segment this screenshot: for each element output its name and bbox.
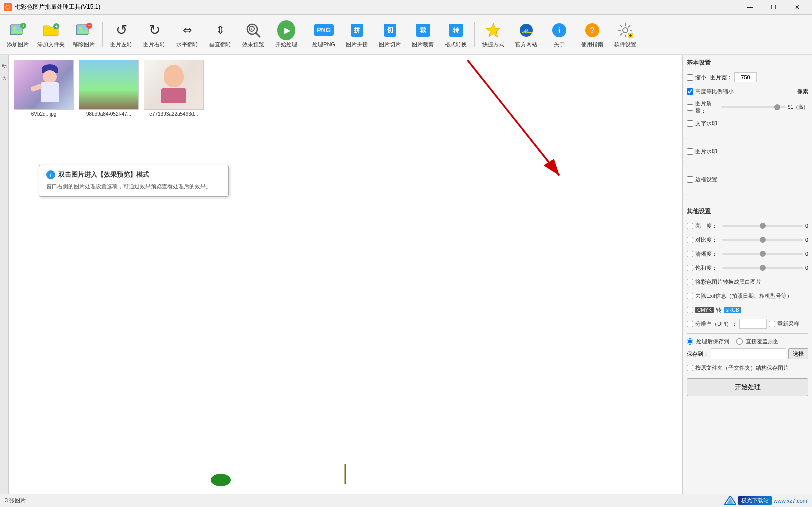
remove-image-button[interactable]: − 移除图片	[68, 18, 100, 52]
sharpness-value: 0	[805, 251, 808, 257]
convert-button[interactable]: 转 格式转换	[440, 18, 472, 52]
flip-v-button[interactable]: ⇕ 垂直翻转	[204, 18, 236, 52]
divider-1	[687, 203, 808, 204]
text-watermark-checkbox[interactable]	[687, 120, 693, 127]
sep-3	[474, 22, 475, 48]
close-button[interactable]: ✕	[786, 0, 808, 15]
sharpness-label: 清晰度：	[695, 250, 720, 258]
width-input[interactable]	[734, 72, 757, 82]
keep-structure-checkbox[interactable]	[687, 365, 693, 372]
text-watermark-label: 文字水印	[695, 120, 717, 128]
thumb-box-2	[79, 60, 139, 110]
flip-h-button[interactable]: ⇔ 水平翻转	[171, 18, 203, 52]
start-process-button[interactable]: ▶ 开始处理	[270, 18, 302, 52]
saturation-checkbox[interactable]	[687, 265, 693, 272]
image-thumb-3[interactable]: e771393a22a5493d...	[144, 60, 204, 117]
srgb-badge: sRGB	[724, 307, 741, 314]
saturation-row: 饱和度： 0	[687, 262, 808, 274]
website-button[interactable]: e 官方网站	[510, 18, 542, 52]
minimize-button[interactable]: —	[739, 0, 761, 15]
overwrite-radio[interactable]	[736, 338, 743, 345]
sep-1	[102, 22, 103, 48]
rotate-right-button[interactable]: ↻ 图片右转	[138, 18, 170, 52]
text-watermark-row: 文字水印	[687, 118, 808, 129]
aspect-ratio-checkbox[interactable]	[687, 88, 693, 95]
contrast-slider-container: 0	[722, 237, 808, 243]
cmyk-badges: CMYK 转 sRGB	[695, 306, 741, 314]
save-to-radio[interactable]	[687, 338, 693, 345]
brightness-checkbox[interactable]	[687, 223, 693, 230]
add-folder-icon: +	[42, 22, 60, 40]
contrast-value: 0	[805, 237, 808, 243]
save-option-1-label: 处理后保存到	[696, 338, 729, 346]
png-button[interactable]: PNG 处理PNG	[308, 18, 340, 52]
rotate-right-icon: ↻	[145, 22, 163, 40]
pixels-label: 像素	[797, 88, 808, 96]
brightness-slider[interactable]	[722, 225, 803, 227]
cmyk-checkbox[interactable]	[687, 307, 693, 314]
about-button[interactable]: i 关于	[543, 18, 575, 52]
shortcut-button[interactable]: 快捷方式	[477, 18, 509, 52]
saturation-label: 饱和度：	[695, 264, 720, 272]
rotate-right-label: 图片右转	[143, 41, 165, 48]
thumb-box-3	[144, 60, 204, 110]
saturation-slider[interactable]	[722, 267, 803, 269]
svg-text:+: +	[55, 24, 58, 30]
start-process-bottom-button[interactable]: 开始处理	[687, 378, 808, 396]
brand-logo	[724, 496, 736, 506]
title-bar: 七彩色图片批量处理工具(V15.1) — ☐ ✕	[0, 0, 812, 15]
left-sidebar: 动 t 大	[0, 55, 9, 494]
window-title: 七彩色图片批量处理工具(V15.1)	[15, 3, 739, 12]
add-folder-label: 添加文件夹	[37, 41, 65, 48]
dpi-input[interactable]	[739, 319, 767, 329]
toolbar: + 添加图片 + 添加文件夹 − 移除图片	[0, 15, 812, 55]
rotate-left-button[interactable]: ↺ 图片左转	[105, 18, 137, 52]
resample-checkbox[interactable]	[769, 321, 775, 328]
splice-button[interactable]: 拼 图片拼接	[341, 18, 373, 52]
sharpness-slider[interactable]	[722, 253, 803, 255]
quality-checkbox[interactable]	[687, 104, 693, 111]
brand-url: www.xz7.com	[774, 498, 807, 504]
dpi-label: 分辨率（DPI）：	[695, 320, 737, 328]
dpi-checkbox[interactable]	[687, 321, 693, 328]
settings-button[interactable]: 软件设置	[609, 18, 641, 52]
choose-button[interactable]: 选择	[788, 348, 808, 360]
contrast-slider[interactable]	[722, 239, 803, 241]
image-name-2: 98bd9a84-052f-47...	[86, 112, 131, 117]
exif-checkbox[interactable]	[687, 293, 693, 300]
save-path-input[interactable]	[711, 348, 786, 360]
about-label: 关于	[554, 41, 565, 48]
sidebar-text-2: t	[1, 65, 7, 66]
svg-text:i: i	[558, 26, 560, 35]
cut-button[interactable]: 切 图片切片	[374, 18, 406, 52]
crop-button[interactable]: 裁 图片裁剪	[407, 18, 439, 52]
splice-icon: 拼	[348, 22, 366, 40]
exif-label: 去除Exif信息（拍照日期、相机型号等）	[695, 292, 792, 300]
settings-icon	[616, 22, 634, 40]
contrast-label: 对比度：	[695, 236, 720, 244]
image-thumb-1[interactable]: 6Vb2q...jpg	[14, 60, 74, 117]
brightness-label: 亮 度：	[695, 222, 720, 230]
image-watermark-checkbox[interactable]	[687, 148, 693, 155]
dpi-row: 分辨率（DPI）： 重新采样	[687, 318, 808, 330]
saturation-value: 0	[805, 265, 808, 271]
quality-slider[interactable]	[721, 106, 786, 108]
svg-line-31	[620, 26, 622, 28]
grayscale-checkbox[interactable]	[687, 279, 693, 286]
sharpness-checkbox[interactable]	[687, 251, 693, 258]
maximize-button[interactable]: ☐	[762, 0, 785, 15]
add-image-button[interactable]: + 添加图片	[2, 18, 34, 52]
svg-line-34	[620, 34, 622, 36]
save-options-row: 处理后保存到 直接覆盖原图	[687, 338, 808, 346]
add-folder-button[interactable]: + 添加文件夹	[35, 18, 67, 52]
resize-checkbox[interactable]	[687, 74, 693, 81]
contrast-checkbox[interactable]	[687, 237, 693, 244]
border-checkbox[interactable]	[687, 176, 693, 183]
preview-button[interactable]: + 效果预览	[237, 18, 269, 52]
preview-icon: +	[244, 22, 262, 40]
tooltip-box: i 双击图片进入【效果预览】模式 窗口右侧的图片处理设置选项，可通过效果预览查看…	[39, 165, 229, 197]
cmyk-row: CMYK 转 sRGB	[687, 304, 808, 316]
guide-button[interactable]: ? 使用指南	[576, 18, 608, 52]
save-to-label: 保存到：	[687, 350, 709, 358]
image-thumb-2[interactable]: 98bd9a84-052f-47...	[79, 60, 139, 117]
